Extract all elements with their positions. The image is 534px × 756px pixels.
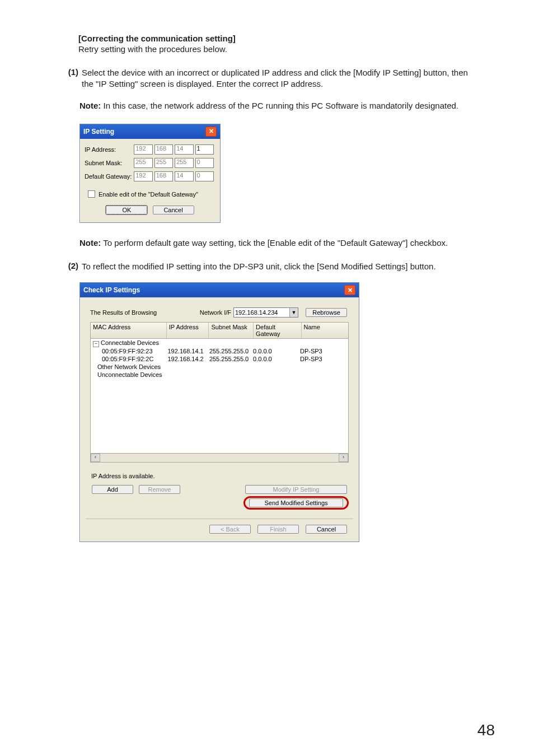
status-text: IP Address is available. xyxy=(90,463,349,485)
device-row[interactable]: 00:05:F9:FF:92:23 192.168.14.1 255.255.2… xyxy=(91,347,348,355)
device-mac: 00:05:F9:FF:92:23 xyxy=(102,348,153,354)
subnet-octet-3: 255 xyxy=(175,158,193,168)
gateway-label: Default Gateway: xyxy=(85,173,134,180)
device-gateway: 0.0.0.0 xyxy=(253,347,300,355)
close-icon[interactable]: ✕ xyxy=(344,285,355,295)
device-mac: 00:05:F9:FF:92:2C xyxy=(102,356,153,362)
col-mac[interactable]: MAC Address xyxy=(91,323,167,338)
ip-octet-1: 192 xyxy=(134,144,152,155)
network-if-select[interactable]: 192.168.14.234 ▼ xyxy=(233,307,298,318)
scroll-left-icon[interactable]: ‹ xyxy=(91,454,100,462)
back-button: < Back xyxy=(209,525,251,534)
ip-dialog-titlebar: IP Setting ✕ xyxy=(80,124,220,139)
ip-octet-3: 14 xyxy=(175,144,193,155)
network-if-label: Network I/F xyxy=(200,309,231,316)
gw-octet-2: 168 xyxy=(154,171,173,181)
cancel-button[interactable]: Cancel xyxy=(306,525,347,534)
gw-octet-1: 192 xyxy=(134,171,152,181)
note-2: Note: To perform default gate way settin… xyxy=(79,237,476,249)
tree-other[interactable]: Other Network Devices xyxy=(97,363,161,370)
remove-button: Remove xyxy=(139,485,180,494)
device-name: DP-SP3 xyxy=(300,355,346,363)
device-ip: 192.168.14.1 xyxy=(168,347,209,355)
subnet-octet-1: 255 xyxy=(134,158,152,168)
ip-dialog-title: IP Setting xyxy=(83,128,114,136)
step-1-text: Select the device with an incorrect or d… xyxy=(82,67,476,90)
close-icon[interactable]: ✕ xyxy=(205,127,217,137)
results-tree[interactable]: −Connectable Devices 00:05:F9:FF:92:23 1… xyxy=(90,339,349,454)
device-name: DP-SP3 xyxy=(300,347,346,355)
device-subnet: 255.255.255.0 xyxy=(209,347,253,355)
note-1-body: In this case, the network address of the… xyxy=(101,101,458,110)
col-name[interactable]: Name xyxy=(302,323,348,338)
divider xyxy=(86,519,353,519)
highlight-ellipse: Send Modified Settings xyxy=(243,496,349,510)
enable-gateway-label: Enable edit of the "Default Gateway" xyxy=(99,191,198,198)
gw-octet-4: 0 xyxy=(195,171,214,181)
subnet-label: Subnet Mask: xyxy=(85,160,134,166)
note-1-label: Note: xyxy=(79,101,101,110)
ok-button[interactable]: OK xyxy=(106,206,147,214)
note-1: Note: In this case, the network address … xyxy=(79,100,476,111)
step-2-number: (2) xyxy=(56,261,82,272)
enable-gateway-checkbox[interactable] xyxy=(88,190,95,198)
cancel-button[interactable]: Cancel xyxy=(153,206,194,214)
browse-results-label: The Results of Browsing xyxy=(90,309,200,316)
scroll-right-icon[interactable]: › xyxy=(339,454,348,462)
check-dialog-titlebar: Check IP Settings ✕ xyxy=(80,283,359,297)
subnet-octet-2: 255 xyxy=(154,158,173,168)
tree-root[interactable]: Connectable Devices xyxy=(101,339,159,346)
col-subnet[interactable]: Subnet Mask xyxy=(209,323,254,338)
col-gateway[interactable]: Default Gateway xyxy=(254,323,301,338)
ip-octet-4[interactable]: 1 xyxy=(195,144,214,155)
rebrowse-button[interactable]: Rebrowse xyxy=(306,308,347,317)
subnet-octet-4: 0 xyxy=(195,158,214,168)
collapse-icon[interactable]: − xyxy=(93,341,99,347)
modify-ip-button: Modify IP Setting xyxy=(245,485,347,494)
note-2-body: To perform default gate way setting, tic… xyxy=(101,238,448,248)
ip-address-label: IP Address: xyxy=(85,146,134,153)
device-ip: 192.168.14.2 xyxy=(168,355,209,363)
tree-unconnectable[interactable]: Unconnectable Devices xyxy=(97,371,162,378)
step-1-number: (1) xyxy=(56,67,82,90)
section-title: [Correcting the communication setting] xyxy=(78,34,476,43)
network-if-value: 192.168.14.234 xyxy=(235,309,278,316)
ip-setting-dialog: IP Setting ✕ IP Address: 192 168 14 1 Su… xyxy=(79,124,221,223)
check-ip-dialog: Check IP Settings ✕ The Results of Brows… xyxy=(79,282,359,542)
chevron-down-icon[interactable]: ▼ xyxy=(289,308,298,317)
finish-button: Finish xyxy=(257,525,299,534)
section-subtitle: Retry setting with the procedures below. xyxy=(78,44,476,54)
step-2-text: To reflect the modified IP setting into … xyxy=(82,261,476,272)
horizontal-scrollbar[interactable]: ‹ › xyxy=(90,454,349,463)
ip-octet-2: 168 xyxy=(154,144,173,155)
gw-octet-3: 14 xyxy=(175,171,193,181)
send-modified-button[interactable]: Send Modified Settings xyxy=(249,498,343,507)
add-button[interactable]: Add xyxy=(92,485,133,494)
check-dialog-title: Check IP Settings xyxy=(83,286,140,294)
device-subnet: 255.255.255.0 xyxy=(209,355,253,363)
device-gateway: 0.0.0.0 xyxy=(253,355,300,363)
col-ip[interactable]: IP Address xyxy=(167,323,209,338)
note-2-label: Note: xyxy=(79,238,101,248)
results-header: MAC Address IP Address Subnet Mask Defau… xyxy=(90,322,349,339)
device-row[interactable]: 00:05:F9:FF:92:2C 192.168.14.2 255.255.2… xyxy=(91,355,348,363)
